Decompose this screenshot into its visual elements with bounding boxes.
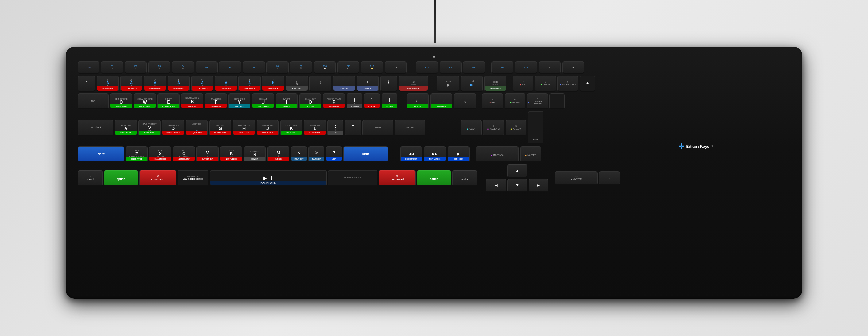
key-f2[interactable]: F2 ☀ — [125, 61, 147, 74]
key-arrow-right[interactable]: ► — [529, 179, 549, 192]
key-g[interactable]: GRAB STILL G S.S.MODE + PIPE — [209, 120, 231, 136]
key-arrow-up[interactable]: ▲ — [507, 164, 527, 178]
key-end[interactable]: end ⏭ — [461, 75, 483, 92]
numpad-1[interactable]: 1 ● CYAN — [461, 120, 482, 136]
numpad-enter[interactable]: enter — [528, 111, 543, 144]
key-backspace[interactable]: ⌫ delete RIPPLE DELETE — [399, 75, 428, 92]
key-control-left[interactable]: ^ control — [78, 170, 102, 186]
numpad-6[interactable]: 6 ● BLUE + MASTER — [527, 93, 548, 109]
key-h[interactable]: HIGHLIGHT UP H HIGHL. LIGHT — [233, 120, 255, 136]
key-y[interactable]: CLIPS BACK Y GRAB STILL — [228, 93, 250, 109]
key-bracket-open[interactable]: { [ — [380, 75, 397, 92]
key-f16[interactable]: F16 — [491, 61, 514, 74]
key-pgup-nav[interactable]: pg — [454, 93, 476, 109]
key-arrow-down[interactable]: ▼ — [507, 179, 527, 192]
key-command-left[interactable]: ⌘ command — [140, 170, 176, 186]
key-backtick[interactable]: ~ ` — [78, 75, 95, 92]
key-7[interactable]: & A 7 SAVE MENU G — [239, 75, 260, 92]
numpad-plus-top[interactable]: + — [580, 75, 595, 92]
key-f5[interactable]: F5 — [195, 61, 218, 74]
key-l[interactable]: 1E PERF. FWD L 3 LAYER MODE — [304, 120, 326, 136]
key-f3[interactable]: F3 ⊟ — [148, 61, 170, 74]
key-command-right[interactable]: ⌘ command — [379, 170, 415, 186]
numpad-8[interactable]: 8 ● GREEN — [535, 75, 556, 92]
key-prev-marker[interactable]: ◀◀ PREV. MARKER — [400, 146, 422, 162]
key-esc[interactable]: esc — [78, 61, 99, 74]
key-arrow-left[interactable]: ◄ — [486, 179, 506, 192]
numpad-5[interactable]: 5 ● GREEN — [505, 93, 525, 109]
key-d[interactable]: G+D NODES D BYPASS GRADES — [162, 120, 184, 136]
key-v[interactable]: V ℕ BLANKET CLIP — [196, 146, 219, 162]
key-e[interactable]: EXPORT E EXPORT GRADE — [157, 93, 180, 109]
key-bracket-l[interactable]: { [ LAZYFRAME — [346, 93, 363, 109]
key-k[interactable]: STOP D. TRIM K APPEND MODE — [280, 120, 302, 136]
key-shift-right[interactable]: shift — [343, 146, 388, 162]
key-j[interactable]: 1E PERF. REV J FAST RETOOL — [257, 120, 279, 136]
key-9[interactable]: ( 9 F. SETTINGS — [286, 75, 308, 92]
key-0[interactable]: ) 0 — [309, 75, 332, 92]
key-f17[interactable]: F17 — [515, 61, 537, 74]
key-play-around[interactable]: PLAY AROUND OUT — [328, 170, 377, 186]
key-o[interactable]: CLEAN OUT O GO TO OUT — [299, 93, 321, 109]
key-3[interactable]: # A 3 LOAD MENU C — [144, 75, 166, 92]
key-power[interactable]: ⏻ — [384, 61, 407, 74]
key-c[interactable]: PASTE C FULL COLOR +L.MODE+CPW — [173, 146, 195, 162]
key-f4[interactable]: F4 ⊞ — [172, 61, 194, 74]
key-z[interactable]: COPY Z BUFFER CHANNELS COLOR RANGE — [126, 146, 148, 162]
key-6[interactable]: ^ A 6 LOAD MENU F — [215, 75, 237, 92]
key-f14[interactable]: F14 — [439, 61, 462, 74]
key-option-left[interactable]: ⌥ option — [104, 170, 138, 186]
numpad-comma[interactable]: , — [599, 172, 620, 185]
key-2[interactable]: @ A 2 LOAD MENU B — [120, 75, 143, 92]
key-a[interactable]: SELECT ALL A AUDIO ONLINE — [115, 120, 137, 136]
key-x[interactable]: CUT X NRM CUP CLEAR NOISES — [149, 146, 171, 162]
numpad-0[interactable]: 0 ● MAGENTA — [476, 146, 519, 162]
key-f10[interactable]: F10 📋 — [314, 61, 336, 74]
numpad-9[interactable]: 9 ● BLUE + CHAN — [557, 75, 578, 92]
key-f13[interactable]: F13 — [416, 61, 438, 74]
key-m[interactable]: M 🛡 MARKER — [267, 146, 289, 162]
key-f17b[interactable]: ~ — [539, 61, 561, 74]
key-bracket-r[interactable]: } ] STATIC KEY — [364, 93, 380, 109]
key-play-btn[interactable]: ▶ BOTH RIGHT — [447, 146, 470, 162]
key-rew[interactable]: ⟶ REM GRADE — [430, 93, 453, 109]
numpad-3[interactable]: 3 ● YELLOW — [505, 120, 526, 136]
numpad-00[interactable]: 00 ● MASTER — [555, 172, 598, 185]
numpad-7[interactable]: 7 ● RED — [513, 75, 533, 92]
key-backslash[interactable]: | \ SPLIT CUT — [381, 93, 398, 109]
key-5[interactable]: % A 5 LOAD MENU E — [191, 75, 213, 92]
key-option-right[interactable]: ⌥ option — [417, 170, 451, 186]
key-f12[interactable]: F12 📁 — [361, 61, 383, 74]
key-next-marker[interactable]: ▶▶ NEXT MARKER — [424, 146, 446, 162]
numpad-dot[interactable]: . ● MASTER — [520, 146, 541, 162]
key-f17c[interactable]: ☀ — [562, 61, 584, 74]
key-enter[interactable]: enter — [363, 120, 393, 136]
key-f1[interactable]: F1 ✦ — [101, 61, 123, 74]
numpad-2[interactable]: 2 ● MAGENTA — [483, 120, 504, 136]
key-w[interactable]: SHOW REF WIPE W EXPORT WORK — [134, 93, 156, 109]
key-b[interactable]: RAZOR B ⊟ ⊟ NEW TIMELINE — [220, 146, 242, 162]
key-comma[interactable]: < , MULTI LEFT — [291, 146, 307, 162]
key-f7[interactable]: F7 — [243, 61, 265, 74]
key-slash[interactable]: ? / LOOP — [326, 146, 342, 162]
key-t[interactable]: + TRANSITION T KEY REMOVE — [205, 93, 227, 109]
key-f[interactable]: LIGHTBOX F ⊞ EQUAL VIEW — [186, 120, 208, 136]
key-i[interactable]: IMPORT I CLEAN IN — [276, 93, 298, 109]
key-tab[interactable]: tab — [78, 93, 108, 109]
key-f11[interactable]: F11 🎞 — [337, 61, 360, 74]
key-8[interactable]: * H 8 SAVE MENU H — [262, 75, 284, 92]
key-fwd[interactable]: ⟵ SPLIT CUT — [407, 93, 429, 109]
numpad-plus-mid[interactable]: + — [549, 93, 565, 109]
key-minus[interactable]: _ - ZOOM OUT — [333, 75, 355, 92]
key-shift-left[interactable]: shift — [78, 146, 124, 162]
key-q[interactable]: EDIT REMOVE Q IMPORT WORK — [110, 93, 132, 109]
key-f9[interactable]: F9 ⬛ — [290, 61, 312, 74]
key-pgdn[interactable]: page down THUMBNAILS — [484, 75, 506, 92]
key-spacebar[interactable]: ▶ ⏸ PLAY AROUND IN — [210, 170, 327, 186]
key-r[interactable]: KEYFRAME ON R + KEY RESET — [181, 93, 203, 109]
key-period[interactable]: > . MULTI RIGHT — [308, 146, 324, 162]
key-return[interactable]: return — [395, 120, 425, 136]
key-s[interactable]: SAVE PROJECT S ⊟+ SERIAL MODE — [138, 120, 160, 136]
key-capslock[interactable]: caps lock — [78, 120, 113, 136]
key-f6[interactable]: F6 — [219, 61, 241, 74]
